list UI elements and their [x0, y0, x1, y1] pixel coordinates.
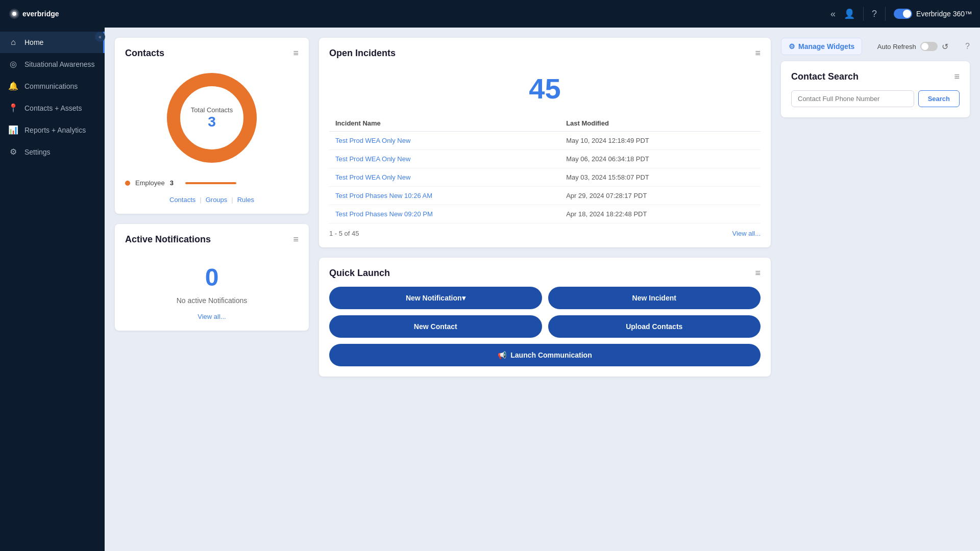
widget-help-icon[interactable]: ? — [965, 42, 970, 51]
gear-icon: ⚙ — [789, 42, 795, 51]
contacts-link-rules[interactable]: Rules — [237, 196, 254, 204]
sidebar-item-communications-label: Communications — [24, 82, 78, 90]
legend-count-employee: 3 — [170, 179, 180, 187]
incident-name-cell[interactable]: Test Prod Phases New 09:20 PM — [329, 205, 560, 223]
incident-name-cell[interactable]: Test Prod WEA Only New — [329, 132, 560, 150]
incidents-table-header-row: Incident Name Last Modified — [329, 115, 761, 132]
everbridge-360: Everbridge 360™ — [894, 9, 972, 19]
launch-communication-button[interactable]: 📢 Launch Communication — [329, 344, 761, 366]
incidents-widget: Open Incidents ≡ 45 Incident Name Last M… — [319, 38, 771, 247]
incident-name-cell[interactable]: Test Prod WEA Only New — [329, 168, 560, 187]
contact-search-header: Contact Search ≡ — [791, 71, 960, 82]
quick-launch-menu[interactable]: ≡ — [755, 268, 761, 279]
sidebar-item-contacts-assets[interactable]: 📍 Contacts + Assets — [0, 97, 105, 119]
logo: everbridge — [8, 6, 75, 21]
sidebar-item-reports-analytics[interactable]: 📊 Reports + Analytics — [0, 119, 105, 141]
sidebar-item-settings-label: Settings — [24, 148, 51, 156]
notifications-count: 0 — [125, 253, 299, 296]
quick-launch-title: Quick Launch — [329, 268, 390, 279]
new-contact-button[interactable]: New Contact — [329, 315, 542, 338]
settings-icon: ⚙ — [8, 147, 18, 157]
contacts-widget: Contacts ≡ Total Contacts 3 — [115, 38, 309, 214]
incident-name-cell[interactable]: Test Prod Phases New 10:26 AM — [329, 187, 560, 205]
notifications-widget-menu[interactable]: ≡ — [293, 234, 299, 245]
contacts-donut-center: Total Contacts 3 — [191, 106, 233, 130]
launch-comm-label: Launch Communication — [510, 351, 592, 359]
incident-name-cell[interactable]: Test Prod WEA Only New — [329, 150, 560, 168]
sidebar-item-settings[interactable]: ⚙ Settings — [0, 141, 105, 163]
collapse-icon[interactable]: « — [830, 9, 836, 19]
launch-comm-icon: 📢 — [498, 351, 506, 359]
refresh-icon[interactable]: ↺ — [942, 42, 948, 52]
incidents-col-modified: Last Modified — [560, 115, 761, 132]
link-sep-2: | — [231, 196, 233, 204]
svg-point-2 — [12, 12, 16, 16]
contacts-link-groups[interactable]: Groups — [206, 196, 228, 204]
contacts-widget-menu[interactable]: ≡ — [293, 48, 299, 59]
new-notification-button[interactable]: New Notification▾ — [329, 287, 542, 309]
topnav: everbridge « 👤 ? Everbridge 360™ — [0, 0, 980, 28]
contacts-total-number: 3 — [191, 114, 233, 130]
contacts-assets-icon: 📍 — [8, 103, 18, 113]
right-column: ⚙ Manage Widgets Auto Refresh ↺ ? Contac… — [781, 38, 970, 541]
incidents-pagination: 1 - 5 of 45 — [329, 230, 359, 237]
left-column: Contacts ≡ Total Contacts 3 — [115, 38, 309, 541]
incident-modified-cell: May 03, 2024 15:58:07 PDT — [560, 168, 761, 187]
contacts-legend: Employee 3 — [125, 174, 299, 192]
incidents-col-name: Incident Name — [329, 115, 560, 132]
sidebar-item-home-label: Home — [24, 38, 43, 46]
contact-search-input[interactable] — [791, 90, 914, 107]
user-icon[interactable]: 👤 — [844, 8, 855, 19]
topnav-right: « 👤 ? Everbridge 360™ — [830, 7, 972, 21]
contacts-total-label: Total Contacts — [191, 106, 233, 114]
notifications-links: View all... — [125, 313, 299, 320]
sidebar-item-home[interactable]: ⌂ Home — [0, 32, 105, 53]
upload-contacts-button[interactable]: Upload Contacts — [548, 315, 761, 338]
help-icon[interactable]: ? — [872, 9, 877, 19]
sidebar-item-situational-awareness-label: Situational Awareness — [24, 60, 95, 68]
incidents-footer: 1 - 5 of 45 View all... — [329, 230, 761, 237]
table-row: Test Prod WEA Only New May 06, 2024 06:3… — [329, 150, 761, 168]
sidebar-item-reports-analytics-label: Reports + Analytics — [24, 126, 86, 134]
svg-text:everbridge: everbridge — [22, 10, 59, 18]
incidents-table-head: Incident Name Last Modified — [329, 115, 761, 132]
notifications-view-all-link[interactable]: View all... — [198, 313, 226, 320]
contacts-donut: Total Contacts 3 — [161, 67, 263, 169]
toggle-360[interactable] — [894, 9, 912, 19]
home-icon: ⌂ — [8, 38, 18, 47]
app-layout: « ⌂ Home ◎ Situational Awareness 🔔 Commu… — [0, 28, 980, 551]
sidebar: « ⌂ Home ◎ Situational Awareness 🔔 Commu… — [0, 28, 105, 551]
sidebar-item-communications[interactable]: 🔔 Communications — [0, 75, 105, 97]
contacts-links: Contacts | Groups | Rules — [125, 196, 299, 204]
contact-search-button[interactable]: Search — [918, 90, 960, 107]
link-sep-1: | — [200, 196, 201, 204]
situational-awareness-icon: ◎ — [8, 59, 18, 69]
topnav-divider — [863, 7, 864, 21]
incidents-widget-title: Open Incidents — [329, 48, 396, 59]
legend-bar-employee — [185, 182, 236, 184]
contacts-widget-title: Contacts — [125, 48, 164, 59]
incidents-table: Incident Name Last Modified Test Prod WE… — [329, 115, 761, 223]
contacts-link-contacts[interactable]: Contacts — [169, 196, 195, 204]
incidents-view-all-link[interactable]: View all... — [732, 230, 761, 237]
auto-refresh-row: Auto Refresh ↺ — [877, 42, 948, 52]
contact-search-title: Contact Search — [791, 71, 859, 82]
incident-modified-cell: Apr 29, 2024 07:28:17 PDT — [560, 187, 761, 205]
legend-dot-employee — [125, 181, 130, 186]
table-row: Test Prod Phases New 09:20 PM Apr 18, 20… — [329, 205, 761, 223]
new-incident-button[interactable]: New Incident — [548, 287, 761, 309]
contact-search-menu[interactable]: ≡ — [954, 71, 960, 82]
sidebar-item-situational-awareness[interactable]: ◎ Situational Awareness — [0, 53, 105, 75]
communications-icon: 🔔 — [8, 81, 18, 91]
contacts-donut-container: Total Contacts 3 — [125, 67, 299, 169]
no-notifications-text: No active Notifications — [125, 296, 299, 305]
auto-refresh-toggle[interactable] — [920, 42, 938, 51]
logo-svg: everbridge — [8, 6, 75, 21]
incidents-count: 45 — [329, 67, 761, 115]
manage-widgets-button[interactable]: ⚙ Manage Widgets — [781, 38, 862, 55]
table-row: Test Prod Phases New 10:26 AM Apr 29, 20… — [329, 187, 761, 205]
incidents-widget-menu[interactable]: ≡ — [755, 48, 761, 59]
sidebar-collapse-button[interactable]: « — [95, 32, 105, 42]
quick-launch-widget: Quick Launch ≡ New Notification▾ New Inc… — [319, 258, 771, 377]
manage-widgets-label: Manage Widgets — [798, 42, 854, 51]
